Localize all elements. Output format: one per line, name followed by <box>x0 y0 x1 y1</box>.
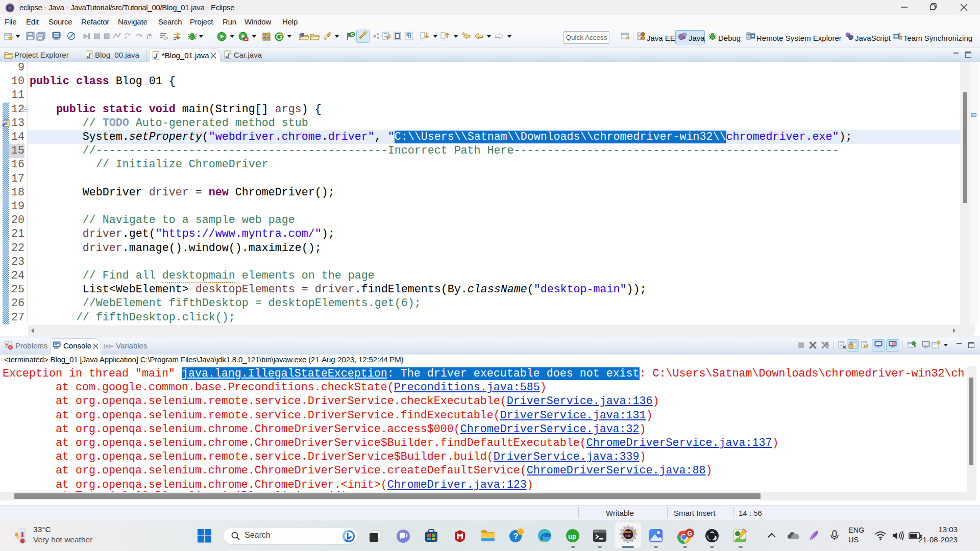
svg-text:G: G <box>688 530 692 537</box>
svg-text:s: s <box>849 36 851 41</box>
svg-text:IDE: IDE <box>625 534 632 538</box>
svg-text:up: up <box>568 533 576 540</box>
svg-text:?: ? <box>513 532 519 541</box>
